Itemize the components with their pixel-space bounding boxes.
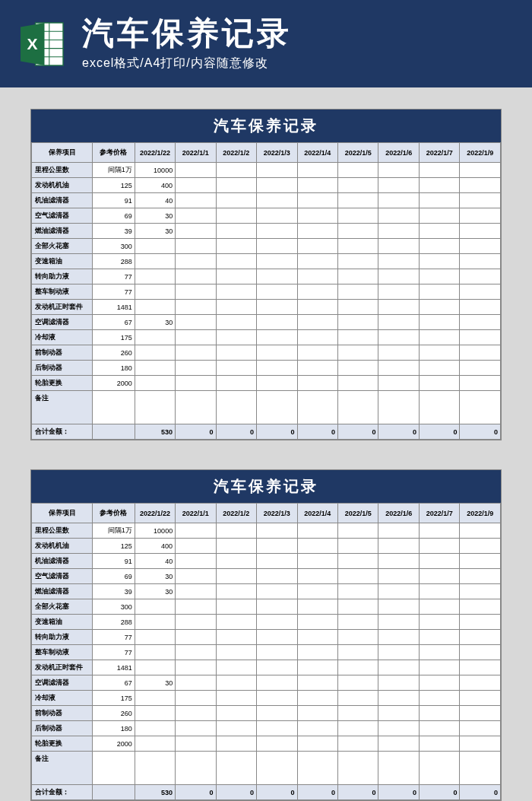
cell-value [257,539,297,554]
cell-value [460,239,501,254]
total-value: 530 [135,424,175,440]
cell-value [216,361,256,376]
table-row: 变速箱油288 [32,615,501,630]
cell-value [460,193,501,208]
cell-value [460,345,501,361]
cell-value [257,706,297,721]
cell-value [216,178,256,193]
page-subtitle: excel格式/A4打印/内容随意修改 [82,56,292,72]
cell-value: 30 [135,224,175,239]
header-bar: X 汽车保养记录 excel格式/A4打印/内容随意修改 [0,0,532,87]
cell-value [378,599,419,615]
cell-value [460,706,501,721]
cell-value [460,660,501,675]
cell-value [460,330,501,345]
ref-price: 288 [93,615,135,630]
sheet-container: 汽车保养记录保养项目参考价格2022/1/222022/1/12022/1/22… [0,87,532,801]
cell-value [297,193,337,208]
cell-value [257,300,297,315]
ref-price: 288 [93,254,135,269]
cell-value [419,706,459,721]
cell-value [338,615,378,630]
cell-value [216,675,256,691]
cell-value [216,330,256,345]
cell-value [257,645,297,660]
cell-value [216,569,256,584]
cell-value [297,630,337,645]
sheet-title: 汽车保养记录 [31,470,501,503]
cell-value: 30 [135,569,175,584]
maintenance-table: 保养项目参考价格2022/1/222022/1/12022/1/22022/1/… [31,503,501,800]
cell-value [297,660,337,675]
cell-value [419,361,459,376]
cell-value [176,345,216,361]
cell-value [338,239,378,254]
cell-value [338,706,378,721]
cell-value [460,721,501,736]
cell-value [460,224,501,239]
cell-value [135,254,175,269]
cell-value [176,569,216,584]
cell-value [297,239,337,254]
cell-value [378,284,419,300]
cell-value [297,163,337,178]
cell-value [460,539,501,554]
table-row: 转向助力液77 [32,269,501,284]
total-value: 0 [378,424,419,440]
cell-value [297,254,337,269]
table-row: 燃油滤清器3930 [32,224,501,239]
cell-value: 40 [135,193,175,208]
item-name: 空气滤清器 [32,569,93,584]
total-value: 0 [257,785,297,800]
cell-value [419,300,459,315]
cell-value [419,254,459,269]
ref-price: 1481 [93,660,135,675]
spreadsheet-bottom: 汽车保养记录保养项目参考价格2022/1/222022/1/12022/1/22… [30,469,502,801]
table-row: 前制动器260 [32,706,501,721]
cell-value [338,345,378,361]
col-date: 2022/1/2 [216,504,256,523]
svg-text:X: X [27,35,37,52]
cell-value [216,736,256,752]
cell-value [419,224,459,239]
cell-value [216,345,256,361]
cell-value [419,584,459,599]
page-title: 汽车保养记录 [82,16,292,51]
remark-row: 备注 [32,391,501,424]
cell-value [176,208,216,224]
spreadsheet-top: 汽车保养记录保养项目参考价格2022/1/222022/1/12022/1/22… [30,109,502,440]
cell-value [378,254,419,269]
cell-value [378,193,419,208]
cell-value [338,178,378,193]
ref-price: 260 [93,345,135,361]
ref-price: 77 [93,645,135,660]
table-row: 轮胎更换2000 [32,736,501,752]
cell-value [176,645,216,660]
table-row: 发动机正时套件1481 [32,300,501,315]
cell-value: 30 [135,675,175,691]
cell-value [338,254,378,269]
cell-value [338,330,378,345]
ref-price: 175 [93,691,135,706]
item-name: 发动机机油 [32,178,93,193]
cell-value [257,691,297,706]
cell-value [419,660,459,675]
cell-value [297,178,337,193]
cell-value [338,569,378,584]
cell-value [378,178,419,193]
cell-value: 30 [135,315,175,330]
item-name: 变速箱油 [32,615,93,630]
cell-value [216,208,256,224]
cell-value [216,254,256,269]
cell-value [257,584,297,599]
cell-value [338,269,378,284]
cell-value [419,736,459,752]
cell-value [338,721,378,736]
maintenance-table: 保养项目参考价格2022/1/222022/1/12022/1/22022/1/… [31,142,501,440]
item-name: 后制动器 [32,721,93,736]
cell-value [297,361,337,376]
cell-value [216,523,256,539]
cell-value [257,569,297,584]
cell-value [297,300,337,315]
cell-value [297,554,337,569]
